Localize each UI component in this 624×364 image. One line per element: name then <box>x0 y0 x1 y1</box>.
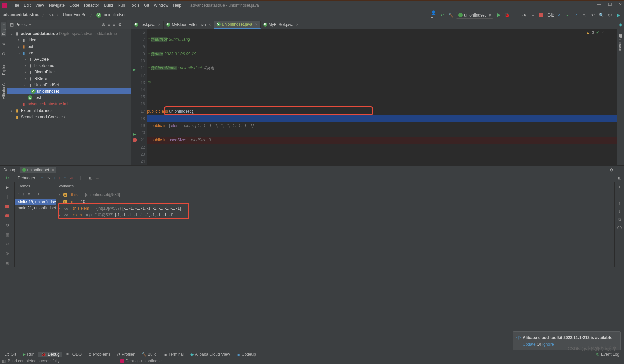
show-execution-point-icon[interactable]: ≡ <box>41 176 43 180</box>
debugger-tab[interactable]: Debugger <box>15 175 38 181</box>
debug-settings-gear-icon[interactable]: ⚙ <box>5 241 10 247</box>
tw-codeup[interactable]: ▣Codeup <box>234 352 259 357</box>
tree-src[interactable]: src <box>28 51 33 55</box>
menu-refactor[interactable]: Refactor <box>82 3 101 8</box>
add-user-icon[interactable]: 👤▾ <box>431 12 437 18</box>
add-watch-icon[interactable]: + <box>618 185 621 189</box>
tree-scratches[interactable]: Scratches and Consoles <box>21 115 65 119</box>
git-commit-icon[interactable]: ✓ <box>565 12 571 18</box>
menu-tools[interactable]: Tools <box>127 3 142 8</box>
project-settings-icon[interactable]: ⚙ <box>118 22 122 27</box>
git-push-icon[interactable]: ↗ <box>573 12 579 18</box>
view-breakpoints-icon[interactable] <box>5 213 10 218</box>
tw-run[interactable]: ▶Run <box>20 352 37 357</box>
pause-button[interactable]: ‖ <box>5 194 10 200</box>
more-actions-icon[interactable]: ⋯ <box>529 12 535 18</box>
step-out-icon[interactable]: ↑ <box>64 176 66 180</box>
tw-todo[interactable]: ≡TODO <box>64 352 84 357</box>
tw-event-log[interactable]: ②Event Log <box>593 352 622 357</box>
tw-profiler[interactable]: ◔Profiler <box>114 352 137 357</box>
tree-test[interactable]: Test <box>34 95 41 100</box>
editor-gutter[interactable]: 678910 11▶ 1213141516171819 20▶ 21 22232… <box>131 29 147 165</box>
coverage-icon[interactable]: ⬚ <box>512 12 518 18</box>
run-to-cursor-icon[interactable]: →| <box>76 176 81 180</box>
menu-file[interactable]: File <box>10 3 21 8</box>
breadcrumb-package[interactable]: UnionFindSet <box>63 12 88 17</box>
stop-button[interactable] <box>538 12 544 18</box>
settings-icon[interactable]: ⚙ <box>607 12 613 18</box>
add-frame-icon[interactable]: + <box>37 192 40 196</box>
tw-git[interactable]: ⎇Git <box>2 352 19 357</box>
debug-settings-icon[interactable]: ⚙ <box>610 168 613 172</box>
resume-button[interactable]: ▶ <box>5 185 10 190</box>
minimize-icon[interactable]: — <box>597 2 601 7</box>
hide-debug-panel-icon[interactable]: — <box>617 168 621 172</box>
tab-test[interactable]: Test.java× <box>131 21 164 29</box>
git-update-icon[interactable]: ✓ <box>556 12 562 18</box>
breadcrumb-src[interactable]: src <box>49 12 54 17</box>
notification-update-link[interactable]: Update <box>523 342 536 347</box>
tab-mybitset[interactable]: MyBitSet.java× <box>261 21 301 29</box>
frame-row-1[interactable]: main:21, unionfindset <box>15 205 56 211</box>
expand-all-icon[interactable]: ≡ <box>108 22 110 27</box>
select-opened-file-icon[interactable]: ⊕ <box>102 22 105 27</box>
breadcrumb-project[interactable]: advanceddatastrue <box>3 12 39 17</box>
git-rollback-icon[interactable]: ↶ <box>590 12 596 18</box>
tree-idea[interactable]: .idea <box>28 38 36 42</box>
code-editor[interactable]: 678910 11▶ 1213141516171819 20▶ 21 22232… <box>131 29 617 165</box>
tree-avl[interactable]: AVLtree <box>34 57 49 62</box>
prev-frame-icon[interactable]: ↑ <box>18 192 20 196</box>
step-over-icon[interactable]: ⤼ <box>47 176 50 180</box>
stop-debug-button[interactable] <box>5 204 10 209</box>
menu-git[interactable]: Git <box>142 3 151 8</box>
run-config-select[interactable]: unionfindset ▾ <box>456 12 493 19</box>
tree-rb[interactable]: RBtree <box>34 76 47 81</box>
problems-summary[interactable]: ▲3 ✔2 ˆ ˇ <box>586 30 611 35</box>
menu-window[interactable]: Window <box>151 3 171 8</box>
remove-watch-icon[interactable]: − <box>618 193 621 198</box>
alibaba-toolkit-icon[interactable]: ▶ <box>615 12 621 18</box>
tw-problems[interactable]: ⊘Problems <box>86 352 113 357</box>
maximize-icon[interactable]: ☐ <box>608 2 612 7</box>
tw-alibaba-cloud[interactable]: ◆Alibaba Cloud View <box>188 352 233 357</box>
tw-terminal[interactable]: ▣Terminal <box>161 352 186 357</box>
menu-view[interactable]: View <box>33 3 47 8</box>
hide-panel-icon[interactable]: — <box>124 22 128 27</box>
search-everywhere-icon[interactable]: 🔍 <box>598 12 604 18</box>
debug-session-tab[interactable]: unionfindset× <box>20 167 57 173</box>
tree-iml[interactable]: advanceddatastrue.iml <box>28 102 68 107</box>
tree-bloom[interactable]: BloomFilter <box>34 70 55 74</box>
prev-problem-icon[interactable]: ˆ <box>606 30 607 35</box>
toolwindow-alibaba-explorer[interactable]: Alibaba Cloud Explorer <box>2 61 6 99</box>
menu-edit[interactable]: Edit <box>21 3 33 8</box>
tree-ufs[interactable]: UnionFindSet <box>34 83 59 87</box>
toolwindow-project[interactable]: Project <box>1 22 6 36</box>
watch-up-icon[interactable]: ↑ <box>619 201 621 206</box>
menu-run[interactable]: Run <box>115 3 127 8</box>
menu-build[interactable]: Build <box>101 3 115 8</box>
tree-out[interactable]: out <box>28 44 33 49</box>
tw-build[interactable]: 🔨Build <box>139 352 159 357</box>
mute-breakpoints-icon[interactable]: ⊘ <box>5 222 10 228</box>
rerun-icon[interactable]: ↻ <box>6 176 9 180</box>
next-frame-icon[interactable]: ↓ <box>22 192 24 196</box>
filter-frames-icon[interactable]: ▼ <box>27 192 31 196</box>
menu-code[interactable]: Code <box>67 3 82 8</box>
profile-icon[interactable]: ◔ <box>521 12 527 18</box>
project-tree[interactable]: ⌄▮advanceddatastrue D:\gitee\java\advanc… <box>7 29 131 121</box>
tab-unionfindset[interactable]: unionfindset.java× <box>214 21 261 29</box>
run-button[interactable] <box>496 12 502 18</box>
toolwindow-commit[interactable]: Commit <box>2 42 6 55</box>
menu-navigate[interactable]: Navigate <box>47 3 67 8</box>
pin-tab-icon[interactable]: ⊙ <box>5 251 10 256</box>
breadcrumb-class[interactable]: unionfindset <box>104 12 126 17</box>
toolwindow-database[interactable]: Database <box>618 35 622 51</box>
tree-project-root[interactable]: advanceddatastrue <box>21 31 58 36</box>
show-watches-icon[interactable]: oo <box>617 225 622 230</box>
status-tw-icon[interactable]: ▥ <box>2 359 6 363</box>
get-thread-dump-icon[interactable]: ▦ <box>5 232 10 237</box>
debug-button[interactable]: 🐞 <box>504 12 510 18</box>
tab-mybloomfilter[interactable]: MyBloomFilter.java× <box>164 21 214 29</box>
next-problem-icon[interactable]: ˇ <box>609 30 611 35</box>
duplicate-watch-icon[interactable]: ⧉ <box>618 217 621 222</box>
